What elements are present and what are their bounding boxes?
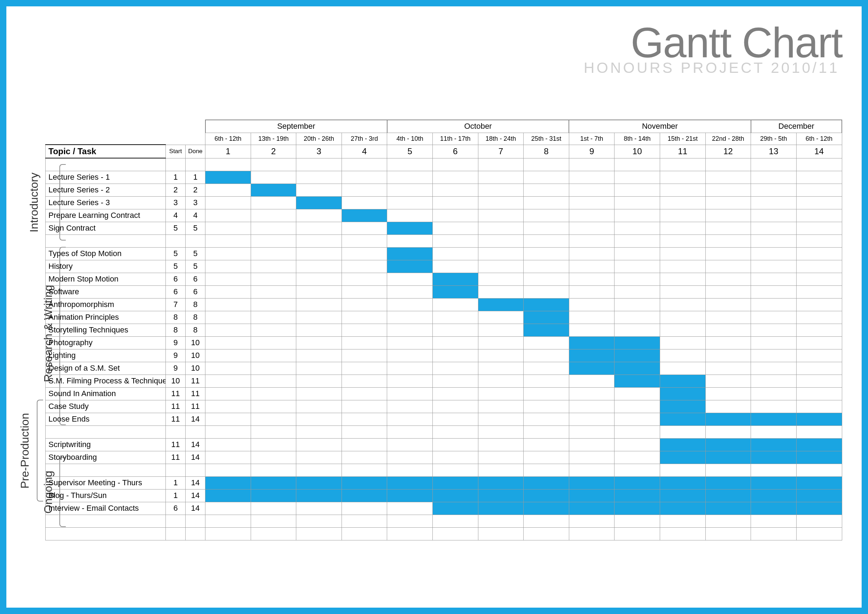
gantt-cell [614, 285, 660, 298]
topic-task-header: Topic / Task [46, 145, 166, 158]
gantt-cell [524, 196, 569, 209]
gantt-cell [614, 489, 660, 502]
gantt-cell [751, 324, 797, 336]
gantt-cell [478, 515, 524, 527]
gantt-cell [796, 349, 842, 362]
gantt-cell [751, 489, 797, 502]
gantt-cell [569, 234, 614, 247]
gantt-cell [387, 400, 433, 413]
task-name-cell: Lighting [46, 349, 166, 362]
gantt-cell [524, 311, 569, 324]
gantt-cell [205, 387, 251, 400]
gantt-cell [296, 476, 342, 489]
gantt-cell [796, 209, 842, 222]
date-range-cell: 6th - 12th [796, 133, 842, 145]
gantt-cell [205, 527, 251, 540]
gantt-cell [478, 336, 524, 349]
gantt-cell [296, 273, 342, 285]
gantt-cell [296, 324, 342, 336]
gantt-cell [205, 489, 251, 502]
task-row: Storytelling Techniques88 [46, 324, 842, 336]
gantt-cell [432, 184, 478, 196]
gantt-cell [478, 285, 524, 298]
gantt-cell [387, 311, 433, 324]
gantt-cell [524, 464, 569, 476]
gantt-cell [614, 196, 660, 209]
gantt-cell [796, 375, 842, 387]
gantt-cell [524, 260, 569, 273]
task-row: History55 [46, 260, 842, 273]
done-week-cell: 14 [186, 438, 205, 451]
start-header: Start [166, 145, 186, 158]
gantt-cell [524, 502, 569, 515]
start-week-cell [166, 158, 186, 171]
gantt-cell [478, 476, 524, 489]
start-week-cell: 1 [166, 489, 186, 502]
gantt-cell [569, 247, 614, 260]
done-week-cell: 11 [186, 375, 205, 387]
gantt-cell [524, 489, 569, 502]
title-block: Gantt Chart HONOURS PROJECT 2010/11 [584, 23, 842, 76]
gantt-cell [341, 336, 387, 349]
gantt-cell [341, 311, 387, 324]
start-week-cell: 2 [166, 184, 186, 196]
gantt-cell [387, 515, 433, 527]
gantt-cell [660, 311, 705, 324]
gantt-cell [660, 324, 705, 336]
gantt-cell [296, 260, 342, 273]
gantt-cell [205, 413, 251, 425]
group-label: Pre-Production [19, 405, 31, 497]
gantt-cell [569, 438, 614, 451]
gantt-cell [432, 196, 478, 209]
done-week-cell: 5 [186, 222, 205, 234]
gantt-cell [478, 438, 524, 451]
gantt-cell [341, 196, 387, 209]
gantt-cell [387, 387, 433, 400]
gantt-cell [569, 425, 614, 438]
gantt-cell [432, 400, 478, 413]
gantt-cell [387, 324, 433, 336]
gantt-cell [705, 158, 751, 171]
task-row: Modern Stop Motion66 [46, 273, 842, 285]
gantt-cell [705, 413, 751, 425]
gantt-cell [660, 515, 705, 527]
gantt-cell [796, 425, 842, 438]
gantt-cell [751, 349, 797, 362]
week-number-cell: 7 [478, 145, 524, 158]
date-range-cell: 8th - 14th [614, 133, 660, 145]
start-week-cell [166, 515, 186, 527]
gantt-cell [251, 158, 296, 171]
gantt-cell [432, 413, 478, 425]
gantt-cell [296, 298, 342, 311]
gantt-cell [705, 234, 751, 247]
gantt-cell [251, 451, 296, 464]
gantt-cell [524, 336, 569, 349]
page-subtitle: HONOURS PROJECT 2010/11 [584, 59, 839, 76]
gantt-cell [569, 375, 614, 387]
gantt-cell [569, 184, 614, 196]
done-week-cell [186, 234, 205, 247]
gantt-cell [751, 311, 797, 324]
gantt-chart: SeptemberOctoberNovemberDecember6th - 12… [45, 119, 842, 540]
task-name-cell [46, 158, 166, 171]
gantt-cell [205, 502, 251, 515]
gantt-cell [751, 285, 797, 298]
start-week-cell: 8 [166, 311, 186, 324]
gantt-cell [341, 527, 387, 540]
gantt-cell [796, 413, 842, 425]
spacer-row [46, 158, 842, 171]
week-number-cell: 2 [251, 145, 296, 158]
gantt-cell [387, 425, 433, 438]
gantt-cell [205, 349, 251, 362]
month-label: November [569, 120, 751, 133]
task-name-cell: History [46, 260, 166, 273]
gantt-cell [705, 311, 751, 324]
gantt-cell [751, 502, 797, 515]
gantt-cell [478, 324, 524, 336]
gantt-cell [205, 311, 251, 324]
gantt-cell [387, 260, 433, 273]
gantt-cell [205, 438, 251, 451]
gantt-cell [751, 158, 797, 171]
date-range-cell: 1st - 7th [569, 133, 614, 145]
gantt-cell [660, 184, 705, 196]
